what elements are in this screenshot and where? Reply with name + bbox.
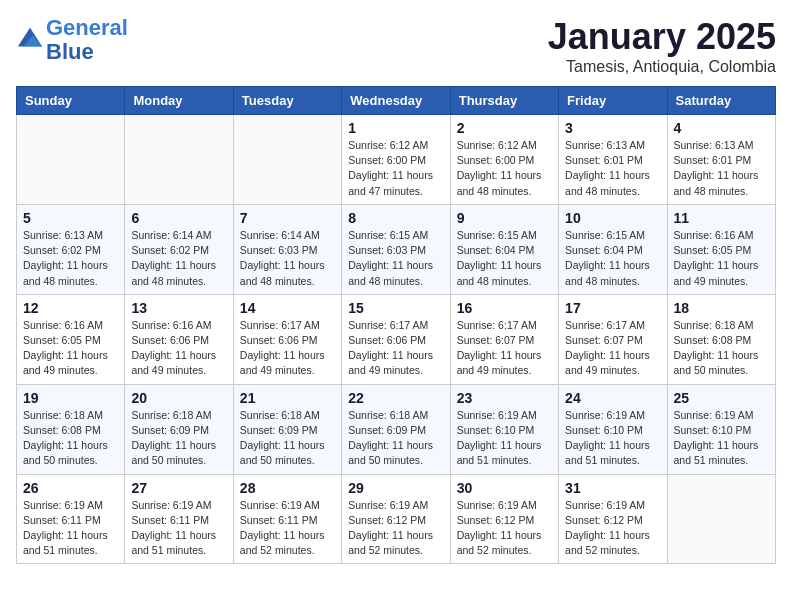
day-number: 24 bbox=[565, 390, 660, 406]
calendar-cell: 9Sunrise: 6:15 AM Sunset: 6:04 PM Daylig… bbox=[450, 204, 558, 294]
day-number: 2 bbox=[457, 120, 552, 136]
day-info: Sunrise: 6:19 AM Sunset: 6:10 PM Dayligh… bbox=[674, 408, 769, 469]
day-number: 22 bbox=[348, 390, 443, 406]
calendar-cell: 19Sunrise: 6:18 AM Sunset: 6:08 PM Dayli… bbox=[17, 384, 125, 474]
calendar-week-row: 12Sunrise: 6:16 AM Sunset: 6:05 PM Dayli… bbox=[17, 294, 776, 384]
calendar-cell: 7Sunrise: 6:14 AM Sunset: 6:03 PM Daylig… bbox=[233, 204, 341, 294]
day-info: Sunrise: 6:19 AM Sunset: 6:11 PM Dayligh… bbox=[131, 498, 226, 559]
day-number: 13 bbox=[131, 300, 226, 316]
calendar-cell: 30Sunrise: 6:19 AM Sunset: 6:12 PM Dayli… bbox=[450, 474, 558, 564]
logo-blue: Blue bbox=[46, 39, 94, 64]
day-number: 11 bbox=[674, 210, 769, 226]
calendar-cell: 17Sunrise: 6:17 AM Sunset: 6:07 PM Dayli… bbox=[559, 294, 667, 384]
calendar-cell: 21Sunrise: 6:18 AM Sunset: 6:09 PM Dayli… bbox=[233, 384, 341, 474]
day-number: 28 bbox=[240, 480, 335, 496]
calendar-cell: 20Sunrise: 6:18 AM Sunset: 6:09 PM Dayli… bbox=[125, 384, 233, 474]
day-number: 7 bbox=[240, 210, 335, 226]
day-info: Sunrise: 6:18 AM Sunset: 6:09 PM Dayligh… bbox=[348, 408, 443, 469]
day-info: Sunrise: 6:18 AM Sunset: 6:09 PM Dayligh… bbox=[240, 408, 335, 469]
day-info: Sunrise: 6:12 AM Sunset: 6:00 PM Dayligh… bbox=[348, 138, 443, 199]
location-title: Tamesis, Antioquia, Colombia bbox=[548, 58, 776, 76]
day-number: 26 bbox=[23, 480, 118, 496]
calendar-cell: 11Sunrise: 6:16 AM Sunset: 6:05 PM Dayli… bbox=[667, 204, 775, 294]
title-block: January 2025 Tamesis, Antioquia, Colombi… bbox=[548, 16, 776, 76]
month-title: January 2025 bbox=[548, 16, 776, 58]
calendar-week-row: 1Sunrise: 6:12 AM Sunset: 6:00 PM Daylig… bbox=[17, 115, 776, 205]
calendar-cell: 14Sunrise: 6:17 AM Sunset: 6:06 PM Dayli… bbox=[233, 294, 341, 384]
day-number: 5 bbox=[23, 210, 118, 226]
weekday-header-wednesday: Wednesday bbox=[342, 87, 450, 115]
calendar-week-row: 26Sunrise: 6:19 AM Sunset: 6:11 PM Dayli… bbox=[17, 474, 776, 564]
calendar-cell: 13Sunrise: 6:16 AM Sunset: 6:06 PM Dayli… bbox=[125, 294, 233, 384]
calendar-cell bbox=[125, 115, 233, 205]
calendar-cell: 28Sunrise: 6:19 AM Sunset: 6:11 PM Dayli… bbox=[233, 474, 341, 564]
day-info: Sunrise: 6:19 AM Sunset: 6:11 PM Dayligh… bbox=[240, 498, 335, 559]
day-info: Sunrise: 6:17 AM Sunset: 6:06 PM Dayligh… bbox=[348, 318, 443, 379]
day-number: 4 bbox=[674, 120, 769, 136]
page-header: General Blue January 2025 Tamesis, Antio… bbox=[16, 16, 776, 76]
day-info: Sunrise: 6:16 AM Sunset: 6:06 PM Dayligh… bbox=[131, 318, 226, 379]
weekday-header-tuesday: Tuesday bbox=[233, 87, 341, 115]
calendar-cell: 10Sunrise: 6:15 AM Sunset: 6:04 PM Dayli… bbox=[559, 204, 667, 294]
calendar-cell: 25Sunrise: 6:19 AM Sunset: 6:10 PM Dayli… bbox=[667, 384, 775, 474]
day-info: Sunrise: 6:19 AM Sunset: 6:10 PM Dayligh… bbox=[565, 408, 660, 469]
day-number: 18 bbox=[674, 300, 769, 316]
day-number: 16 bbox=[457, 300, 552, 316]
day-number: 25 bbox=[674, 390, 769, 406]
day-number: 21 bbox=[240, 390, 335, 406]
day-number: 12 bbox=[23, 300, 118, 316]
day-info: Sunrise: 6:19 AM Sunset: 6:12 PM Dayligh… bbox=[565, 498, 660, 559]
weekday-header-saturday: Saturday bbox=[667, 87, 775, 115]
day-number: 14 bbox=[240, 300, 335, 316]
calendar-cell: 15Sunrise: 6:17 AM Sunset: 6:06 PM Dayli… bbox=[342, 294, 450, 384]
logo-general: General bbox=[46, 15, 128, 40]
day-info: Sunrise: 6:17 AM Sunset: 6:06 PM Dayligh… bbox=[240, 318, 335, 379]
weekday-header-friday: Friday bbox=[559, 87, 667, 115]
day-number: 10 bbox=[565, 210, 660, 226]
weekday-header-sunday: Sunday bbox=[17, 87, 125, 115]
day-info: Sunrise: 6:16 AM Sunset: 6:05 PM Dayligh… bbox=[23, 318, 118, 379]
weekday-header-thursday: Thursday bbox=[450, 87, 558, 115]
calendar-cell: 27Sunrise: 6:19 AM Sunset: 6:11 PM Dayli… bbox=[125, 474, 233, 564]
calendar-cell: 3Sunrise: 6:13 AM Sunset: 6:01 PM Daylig… bbox=[559, 115, 667, 205]
day-info: Sunrise: 6:13 AM Sunset: 6:01 PM Dayligh… bbox=[565, 138, 660, 199]
weekday-header-monday: Monday bbox=[125, 87, 233, 115]
day-info: Sunrise: 6:15 AM Sunset: 6:04 PM Dayligh… bbox=[565, 228, 660, 289]
day-number: 15 bbox=[348, 300, 443, 316]
day-number: 19 bbox=[23, 390, 118, 406]
day-number: 31 bbox=[565, 480, 660, 496]
day-info: Sunrise: 6:16 AM Sunset: 6:05 PM Dayligh… bbox=[674, 228, 769, 289]
calendar-table: SundayMondayTuesdayWednesdayThursdayFrid… bbox=[16, 86, 776, 564]
calendar-cell: 23Sunrise: 6:19 AM Sunset: 6:10 PM Dayli… bbox=[450, 384, 558, 474]
day-number: 3 bbox=[565, 120, 660, 136]
day-info: Sunrise: 6:19 AM Sunset: 6:12 PM Dayligh… bbox=[457, 498, 552, 559]
day-info: Sunrise: 6:12 AM Sunset: 6:00 PM Dayligh… bbox=[457, 138, 552, 199]
day-info: Sunrise: 6:17 AM Sunset: 6:07 PM Dayligh… bbox=[565, 318, 660, 379]
calendar-week-row: 19Sunrise: 6:18 AM Sunset: 6:08 PM Dayli… bbox=[17, 384, 776, 474]
calendar-cell: 8Sunrise: 6:15 AM Sunset: 6:03 PM Daylig… bbox=[342, 204, 450, 294]
calendar-cell: 5Sunrise: 6:13 AM Sunset: 6:02 PM Daylig… bbox=[17, 204, 125, 294]
calendar-cell: 24Sunrise: 6:19 AM Sunset: 6:10 PM Dayli… bbox=[559, 384, 667, 474]
day-number: 1 bbox=[348, 120, 443, 136]
day-info: Sunrise: 6:14 AM Sunset: 6:02 PM Dayligh… bbox=[131, 228, 226, 289]
day-number: 30 bbox=[457, 480, 552, 496]
day-info: Sunrise: 6:15 AM Sunset: 6:03 PM Dayligh… bbox=[348, 228, 443, 289]
day-info: Sunrise: 6:18 AM Sunset: 6:08 PM Dayligh… bbox=[674, 318, 769, 379]
day-info: Sunrise: 6:14 AM Sunset: 6:03 PM Dayligh… bbox=[240, 228, 335, 289]
day-number: 8 bbox=[348, 210, 443, 226]
day-info: Sunrise: 6:15 AM Sunset: 6:04 PM Dayligh… bbox=[457, 228, 552, 289]
day-info: Sunrise: 6:18 AM Sunset: 6:08 PM Dayligh… bbox=[23, 408, 118, 469]
logo-text: General Blue bbox=[46, 16, 128, 64]
day-number: 17 bbox=[565, 300, 660, 316]
day-number: 29 bbox=[348, 480, 443, 496]
calendar-week-row: 5Sunrise: 6:13 AM Sunset: 6:02 PM Daylig… bbox=[17, 204, 776, 294]
calendar-cell bbox=[667, 474, 775, 564]
day-number: 27 bbox=[131, 480, 226, 496]
day-info: Sunrise: 6:19 AM Sunset: 6:10 PM Dayligh… bbox=[457, 408, 552, 469]
day-number: 23 bbox=[457, 390, 552, 406]
calendar-cell: 4Sunrise: 6:13 AM Sunset: 6:01 PM Daylig… bbox=[667, 115, 775, 205]
calendar-cell: 18Sunrise: 6:18 AM Sunset: 6:08 PM Dayli… bbox=[667, 294, 775, 384]
calendar-cell: 22Sunrise: 6:18 AM Sunset: 6:09 PM Dayli… bbox=[342, 384, 450, 474]
calendar-cell: 2Sunrise: 6:12 AM Sunset: 6:00 PM Daylig… bbox=[450, 115, 558, 205]
day-info: Sunrise: 6:18 AM Sunset: 6:09 PM Dayligh… bbox=[131, 408, 226, 469]
